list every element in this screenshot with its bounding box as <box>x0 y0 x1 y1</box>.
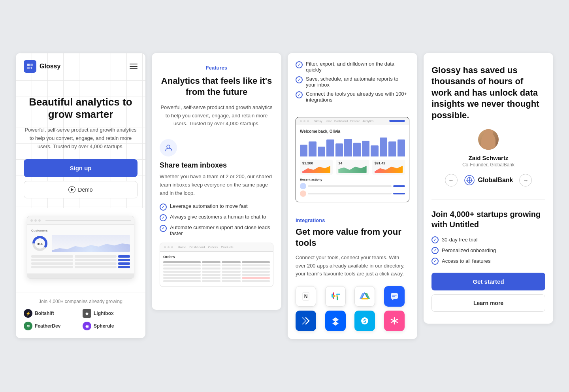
cta-checks: 30-day free trial Peronalized onboarding… <box>431 236 545 265</box>
brand-logo: GlobalBank <box>464 175 513 186</box>
learn-more-button[interactable]: Learn more <box>431 294 545 312</box>
featherdev-icon: ≋ <box>24 322 32 330</box>
screen-1: Glossy Beautiful analytics to grow smart… <box>16 53 145 339</box>
screen3-checks: Filter, export, and drilldown on the dat… <box>296 61 409 109</box>
author-name: Zaid Schwartz <box>431 155 545 161</box>
mini-line-chart-2 <box>338 165 366 173</box>
features-desc: Powerful, self-serve product and growth … <box>160 104 273 128</box>
svg-rect-22 <box>392 295 397 296</box>
stat-3: $91.42 <box>372 160 405 175</box>
feature-checks: Leverage automation to move fast Always … <box>160 203 273 236</box>
screen2-content: Features Analytics that feels like it's … <box>152 53 281 310</box>
dashboard-header: GlossyHomeDashboardFinanceAnalytics <box>296 117 409 125</box>
mini-line-chart <box>302 165 330 173</box>
spherule-icon: ◉ <box>83 322 91 330</box>
mock-row-1 <box>163 264 270 266</box>
boltshift-icon: ⚡ <box>24 309 32 318</box>
check-item-3: Automate customer support and close lead… <box>160 224 273 236</box>
drive-icon <box>354 286 375 307</box>
svg-rect-2 <box>27 67 30 69</box>
mock-row-4 <box>163 274 270 276</box>
dropbox-icon <box>325 311 346 331</box>
skype-icon: S <box>354 311 375 331</box>
get-started-button[interactable]: Get started <box>431 273 545 290</box>
mock-row-3 <box>163 271 270 273</box>
screen1-mockup-wrap: Customers 316 <box>16 216 145 292</box>
svg-rect-11 <box>337 296 338 300</box>
svg-text:316: 316 <box>37 242 43 246</box>
mock-row-header <box>163 261 270 263</box>
svg-marker-24 <box>392 299 394 300</box>
dashboard-stats: $1,280 14 $91.42 <box>300 160 405 175</box>
company-lightbox: ◆ Lightbox <box>83 309 138 318</box>
slack-icon <box>325 286 346 307</box>
s3-check-icon-3 <box>296 91 303 98</box>
svg-point-6 <box>167 145 170 148</box>
inbox-icon-wrap <box>160 139 177 156</box>
mock-row-5 <box>163 277 270 279</box>
avatar <box>478 129 499 150</box>
svg-marker-27 <box>333 322 338 326</box>
logo-text: Glossy <box>40 63 60 70</box>
company-boltshift: ⚡ Boltshift <box>24 309 79 318</box>
mock-row-6 <box>163 280 270 282</box>
top-checks: Filter, export, and drilldown on the dat… <box>296 61 409 103</box>
features-title: Analytics that feels like it's from the … <box>160 75 273 98</box>
feature-title: Share team inboxes <box>160 161 273 170</box>
mockup-body: Orders <box>160 252 273 286</box>
lightbox-icon: ◆ <box>83 309 91 318</box>
mockup-table <box>31 255 130 268</box>
feature-desc: Whether you have a team of 2 or 200, our… <box>160 173 273 197</box>
cta-check-1: 30-day free trial <box>431 236 545 243</box>
signup-button[interactable]: Sign up <box>24 159 138 177</box>
integrations-section: Integrations Get more value from your to… <box>296 213 409 332</box>
dashboard-screenshot: GlossyHomeDashboardFinanceAnalytics Welc… <box>296 117 409 202</box>
donut-chart: 316 <box>31 235 49 252</box>
line-chart <box>52 235 130 252</box>
cta-check-2: Peronalized onboarding <box>431 247 545 254</box>
screen-2: Features Analytics that feels like it's … <box>152 53 281 310</box>
screen4-content: Glossy has saved us thousands of hours o… <box>424 53 553 324</box>
company-grid: ⚡ Boltshift ◆ Lightbox ≋ FeatherDev ◉ Sp… <box>24 309 138 330</box>
chart-area: 316 <box>31 235 130 252</box>
notion-icon: N <box>296 286 316 307</box>
screen-3: Filter, export, and drilldown on the dat… <box>288 53 417 339</box>
asterisk-icon <box>384 311 405 331</box>
svg-text:N: N <box>304 294 308 299</box>
screens-container: Glossy Beautiful analytics to grow smart… <box>16 53 553 339</box>
laptop-mockup: Customers 316 <box>27 216 134 279</box>
screen-4: Glossy has saved us thousands of hours o… <box>424 53 553 324</box>
svg-rect-0 <box>27 64 30 66</box>
stat-2: 14 <box>336 160 369 175</box>
mini-line-chart-3 <box>375 165 403 173</box>
demo-button[interactable]: Demo <box>24 181 138 198</box>
integration-icons-grid: N <box>296 286 409 331</box>
brand-name: GlobalBank <box>478 177 513 184</box>
testimonial-text: Glossy has saved us thousands of hours o… <box>431 65 545 121</box>
testimonial-nav: ← GlobalBank → <box>431 174 545 187</box>
screen1-header: Glossy <box>16 53 145 80</box>
mock-table <box>163 261 270 282</box>
globalbank-icon <box>464 175 475 186</box>
cta-check-icon-3 <box>431 258 439 265</box>
activity-section: Recent activity <box>300 178 405 197</box>
company-featherdev: ≋ FeatherDev <box>24 322 79 330</box>
s3-check-2: Save, schedule, and automate reports to … <box>296 76 409 88</box>
cta-check-icon-2 <box>431 247 439 254</box>
hero-title: Beautiful analytics to grow smarter <box>24 96 138 121</box>
next-arrow[interactable]: → <box>519 174 532 187</box>
avatar-person <box>481 132 496 150</box>
play-icon <box>68 186 75 193</box>
s3-check-icon-1 <box>296 61 303 68</box>
hamburger-menu[interactable] <box>130 64 138 69</box>
mock-table-title: Orders <box>163 255 270 259</box>
companies-label: Join 4,000+ companies already growing <box>24 299 138 304</box>
svg-rect-15 <box>332 294 333 298</box>
check-icon-3 <box>160 225 167 232</box>
screen1-hero: Beautiful analytics to grow smarter Powe… <box>16 80 145 208</box>
companies-section: Join 4,000+ companies already growing ⚡ … <box>16 292 145 338</box>
avatar-wrap <box>431 129 545 150</box>
mock-row-2 <box>163 268 270 270</box>
svg-marker-26 <box>333 318 338 322</box>
prev-arrow[interactable]: ← <box>445 174 458 187</box>
